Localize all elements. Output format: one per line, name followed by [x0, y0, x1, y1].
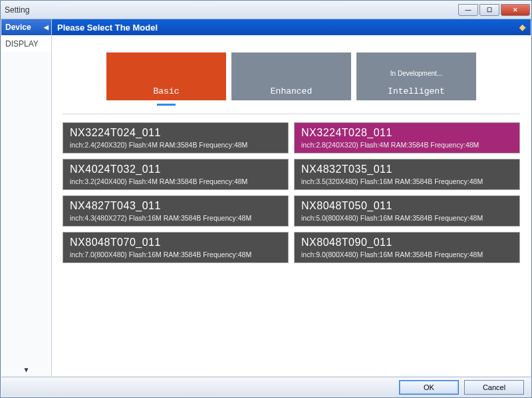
category-tabs: Basic Enhanced In Development... Intelli… [63, 35, 520, 107]
main-header-title: Please Select The Model [57, 23, 158, 33]
content-area: Basic Enhanced In Development... Intelli… [52, 35, 531, 376]
minimize-button[interactable]: — [458, 4, 478, 16]
model-card[interactable]: NX3224T028_011inch:2.8(240X320) Flash:4M… [294, 122, 520, 153]
model-card[interactable]: NX4827T043_011inch:4.3(480X272) Flash:16… [63, 195, 289, 227]
model-specs: inch:3.5(320X480) Flash:16M RAM:3584B Fr… [301, 177, 513, 185]
model-name: NX3224T024_011 [70, 127, 281, 139]
cancel-button[interactable]: Cancel [464, 380, 524, 395]
model-name: NX4827T043_011 [70, 200, 281, 212]
model-specs: inch:3.2(240X400) Flash:4M RAM:3584B Fre… [70, 177, 281, 185]
model-card[interactable]: NX8048T050_011inch:5.0(800X480) Flash:16… [294, 195, 520, 227]
sidebar: Device ◀ DISPLAY ▼ [1, 19, 52, 376]
model-card[interactable]: NX8048T070_011inch:7.0(800X480) Flash:16… [63, 232, 289, 263]
category-label: Basic [153, 86, 179, 96]
window-controls: — ☐ ✕ [458, 4, 531, 16]
model-card[interactable]: NX4024T032_011inch:3.2(240X400) Flash:4M… [63, 159, 289, 190]
active-underline [157, 104, 176, 106]
separator [63, 114, 520, 114]
model-name: NX4024T032_011 [70, 163, 281, 175]
model-name: NX8048T050_011 [301, 200, 513, 212]
in-development-note: In Development... [356, 70, 476, 77]
maximize-button[interactable]: ☐ [479, 4, 499, 16]
model-specs: inch:2.4(240X320) Flash:4M RAM:3584B Fre… [70, 141, 281, 149]
model-name: NX8048T070_011 [70, 237, 281, 249]
model-specs: inch:7.0(800X480) Flash:16M RAM:3584B Fr… [70, 250, 281, 258]
chevron-down-icon: ▼ [23, 366, 30, 373]
window-title: Setting [5, 5, 29, 15]
model-name: NX4832T035_011 [301, 163, 513, 175]
category-label: Enhanced [271, 86, 312, 96]
model-specs: inch:9.0(800X480) Flash:16M RAM:3584B Fr… [301, 250, 513, 258]
collapse-left-icon: ◀ [44, 24, 49, 31]
sidebar-more-button[interactable]: ▼ [1, 363, 51, 376]
category-label: Intelligent [388, 86, 445, 96]
sidebar-header[interactable]: Device ◀ [1, 19, 51, 35]
model-specs: inch:4.3(480X272) Flash:16M RAM:3584B Fr… [70, 214, 281, 222]
category-intelligent[interactable]: In Development... Intelligent [356, 52, 476, 100]
model-name: NX3224T028_011 [301, 127, 513, 139]
ok-button[interactable]: OK [399, 380, 459, 395]
model-name: NX8048T090_011 [301, 237, 513, 249]
model-specs: inch:5.0(800X480) Flash:16M RAM:3584B Fr… [301, 214, 513, 222]
model-grid: NX3224T024_011inch:2.4(240X320) Flash:4M… [63, 122, 520, 274]
model-card[interactable]: NX8048T090_011inch:9.0(800X480) Flash:16… [294, 232, 520, 263]
sidebar-header-label: Device [5, 23, 31, 32]
titlebar: Setting — ☐ ✕ [1, 1, 531, 19]
category-basic[interactable]: Basic [106, 52, 226, 100]
cube-icon: ◆ [519, 23, 525, 32]
close-button[interactable]: ✕ [501, 4, 530, 16]
cancel-button-label: Cancel [483, 383, 505, 391]
sidebar-item-label: DISPLAY [5, 39, 39, 49]
model-card[interactable]: NX3224T024_011inch:2.4(240X320) Flash:4M… [63, 122, 289, 153]
main-header: Please Select The Model ◆ [52, 19, 531, 35]
model-specs: inch:2.8(240X320) Flash:4M RAM:3584B Fre… [301, 141, 513, 149]
settings-window: Setting — ☐ ✕ Device ◀ DISPLAY ▼ Please … [0, 0, 532, 398]
sidebar-item-display[interactable]: DISPLAY [1, 35, 51, 52]
model-card[interactable]: NX4832T035_011inch:3.5(320X480) Flash:16… [294, 159, 520, 190]
ok-button-label: OK [424, 383, 434, 391]
dialog-footer: OK Cancel [1, 377, 531, 397]
main-panel: Please Select The Model ◆ Basic Enhanced… [52, 19, 531, 376]
category-enhanced[interactable]: Enhanced [231, 52, 351, 100]
